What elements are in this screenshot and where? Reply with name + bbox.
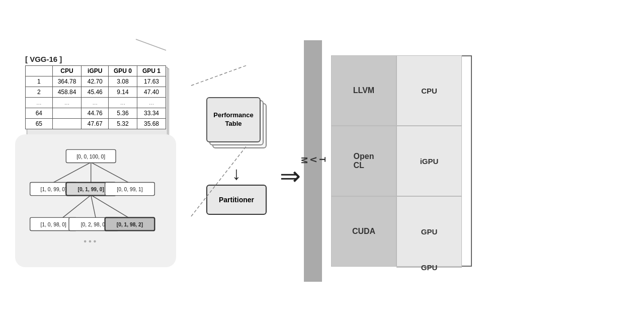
right-section: LLVM CPU OpenCL iGPU CUDA GPU GPU [326, 55, 462, 267]
table-cell: 35.68 [137, 119, 166, 129]
gpu0-cell: GPU [396, 196, 462, 267]
table-cell: ... [109, 98, 137, 108]
targets-grid: LLVM CPU OpenCL iGPU CUDA GPU GPU [331, 55, 462, 267]
table-cell: ... [82, 98, 109, 108]
svg-text:[1, 0, 99, 0]: [1, 0, 99, 0] [41, 187, 66, 192]
perf-table-label: PerformanceTable [213, 111, 253, 128]
col-header-gpu1: GPU 1 [137, 66, 166, 76]
table-stack: CPU iGPU GPU 0 GPU 1 1364.7842.703.0817.… [25, 65, 166, 129]
diagram-container: [ VGG-16 ] CPU iGPU GPU 0 GPU 1 [0, 0, 644, 322]
performance-data-table: CPU iGPU GPU 0 GPU 1 1364.7842.703.0817.… [25, 65, 166, 129]
table-cell: 5.32 [109, 119, 137, 129]
table-cell: 9.14 [109, 87, 137, 98]
col-header-igpu: iGPU [82, 66, 109, 76]
col-header-0 [26, 66, 53, 76]
opencl-cell: OpenCL [331, 126, 396, 196]
table-cell: 64 [26, 108, 53, 119]
table-cell: 5.36 [109, 108, 137, 119]
partitioner-box: Partitioner [206, 185, 267, 215]
cuda-cell: CUDA [331, 196, 396, 267]
left-section: [ VGG-16 ] CPU iGPU GPU 0 GPU 1 [15, 55, 186, 267]
table-cell: 17.63 [137, 76, 166, 87]
llvm-cell: LLVM [331, 55, 396, 126]
right-bracket [462, 55, 472, 267]
svg-line-5 [91, 195, 128, 218]
cpu-cell: CPU [396, 55, 462, 126]
svg-text:[0, 1, 98, 2]: [0, 1, 98, 2] [117, 222, 143, 227]
tree-svg: [0, 0, 100, 0] [1, 0, 99, 0] [0, 1, 99, … [28, 144, 164, 255]
partitioner-label: Partitioner [219, 196, 254, 204]
tvm-bar: TVM [304, 40, 322, 282]
vgg-container: [ VGG-16 ] CPU iGPU GPU 0 GPU 1 [25, 55, 166, 129]
table-cell: ... [26, 98, 53, 108]
table-cell: 33.34 [137, 108, 166, 119]
table-cell: 2 [26, 87, 53, 98]
table-cell: 47.67 [82, 119, 109, 129]
table-row: ............... [26, 98, 166, 108]
table-cell: 1 [26, 76, 53, 87]
svg-text:[0, 1, 99, 0]: [0, 1, 99, 0] [78, 187, 104, 192]
svg-text:[0, 0, 99, 1]: [0, 0, 99, 1] [117, 187, 142, 192]
svg-line-3 [63, 195, 91, 218]
table-cell: 47.40 [137, 87, 166, 98]
svg-text:•••: ••• [84, 236, 98, 246]
tvm-label: TVM [299, 157, 327, 165]
svg-line-2 [91, 163, 128, 183]
table-cell: 44.76 [82, 108, 109, 119]
table-cell: ... [137, 98, 166, 108]
down-arrow: ↓ [232, 165, 241, 183]
svg-line-0 [53, 163, 91, 183]
table-cell: 364.78 [52, 76, 82, 87]
perf-box-main: PerformanceTable [206, 97, 261, 142]
svg-text:[1, 0, 98, 0]: [1, 0, 98, 0] [41, 222, 66, 227]
table-cell: 458.84 [52, 87, 82, 98]
svg-text:[0, 0, 100, 0]: [0, 0, 100, 0] [76, 154, 105, 159]
perf-table-stack: PerformanceTable [206, 97, 267, 163]
right-arrow-icon: ⇒ [280, 162, 301, 191]
table-cell: 3.08 [109, 76, 137, 87]
table-cell [52, 119, 82, 129]
gpu1-cell: GPU [396, 267, 462, 268]
tree-section: [0, 0, 100, 0] [1, 0, 99, 0] [0, 1, 99, … [15, 134, 176, 267]
table-row: 1364.7842.703.0817.63 [26, 76, 166, 87]
svg-text:[0, 2, 98, 0]: [0, 2, 98, 0] [81, 222, 107, 227]
vgg-label: [ VGG-16 ] [25, 55, 166, 63]
table-cell: 42.70 [82, 76, 109, 87]
col-header-cpu: CPU [52, 66, 82, 76]
table-cell: ... [52, 98, 82, 108]
table-cell [52, 108, 82, 119]
table-cell: 65 [26, 119, 53, 129]
table-cell: 45.46 [82, 87, 109, 98]
table-row: 6444.765.3633.34 [26, 108, 166, 119]
col-header-gpu0: GPU 0 [109, 66, 137, 76]
table-row: 6547.675.3235.68 [26, 119, 166, 129]
table-header-row: CPU iGPU GPU 0 GPU 1 [26, 66, 166, 76]
igpu-cell: iGPU [396, 126, 462, 196]
svg-line-4 [91, 195, 96, 218]
table-row: 2458.8445.469.1447.40 [26, 87, 166, 98]
